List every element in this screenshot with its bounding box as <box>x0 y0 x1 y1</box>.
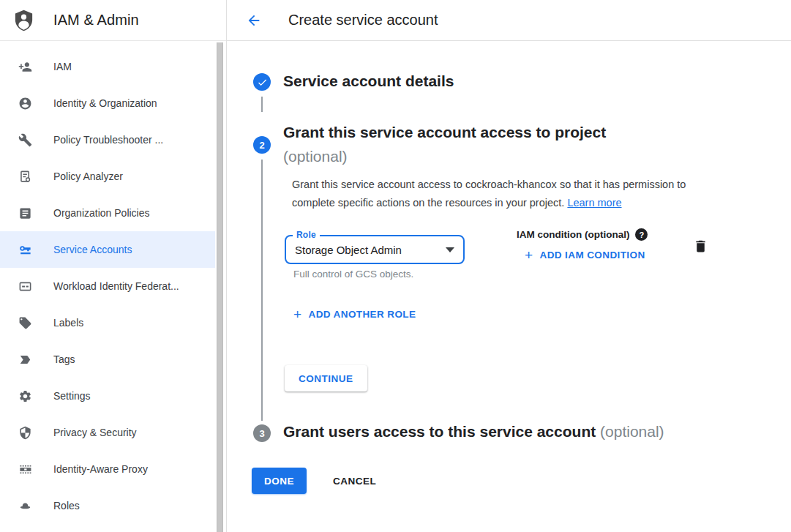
tag-icon <box>18 315 32 330</box>
sidebar-item-label: Settings <box>53 390 91 402</box>
sidebar-item-service-accounts[interactable]: Service Accounts <box>0 231 215 268</box>
done-button[interactable]: DONE <box>252 468 307 494</box>
sidebar: IAM & Admin IAM Identity & Organization <box>0 0 227 532</box>
shield-half-icon <box>18 425 32 440</box>
sidebar-item-tags[interactable]: Tags <box>0 341 215 378</box>
sidebar-item-label: IAM <box>53 61 72 72</box>
step3-optional-label: (optional) <box>600 423 664 440</box>
sidebar-item-policy-troubleshooter[interactable]: Policy Troubleshooter ... <box>0 121 215 158</box>
main-panel: Create service account Service account d… <box>227 0 791 532</box>
gear-icon <box>18 389 32 403</box>
iam-condition-label: IAM condition (optional) <box>517 229 629 240</box>
step-connector-line <box>261 97 263 112</box>
plus-icon: + <box>293 307 302 321</box>
badge-card-icon <box>18 279 32 293</box>
step3-heading: Grant users access to this service accou… <box>283 423 664 441</box>
add-iam-condition-button[interactable]: + ADD IAM CONDITION <box>525 248 645 262</box>
sidebar-item-label: Roles <box>53 500 80 512</box>
step3-number-badge: 3 <box>253 424 271 442</box>
step2-title: Grant this service account access to pro… <box>283 120 606 144</box>
page-header: Create service account <box>227 0 791 41</box>
account-circle-icon <box>18 96 32 110</box>
sidebar-item-roles[interactable]: Roles <box>0 487 215 524</box>
help-icon[interactable]: ? <box>635 228 648 241</box>
page-title: Create service account <box>288 12 438 29</box>
role-select[interactable]: Role Storage Object Admin <box>285 235 465 264</box>
add-iam-condition-label: ADD IAM CONDITION <box>540 250 645 261</box>
step1-completed-check-icon <box>253 73 271 91</box>
document-lines-icon <box>18 206 32 220</box>
sidebar-item-label: Privacy & Security <box>53 427 137 438</box>
proxy-strip-icon <box>18 462 32 476</box>
sidebar-header: IAM & Admin <box>0 0 226 41</box>
sidebar-nav: IAM Identity & Organization Policy Troub… <box>0 41 215 524</box>
continue-button[interactable]: CONTINUE <box>285 365 367 391</box>
sidebar-item-label: Workload Identity Federat... <box>53 280 179 292</box>
step2-optional-label: (optional) <box>283 144 606 168</box>
product-title: IAM & Admin <box>53 12 139 29</box>
sidebar-item-label: Identity & Organization <box>53 97 157 109</box>
service-account-key-icon <box>18 242 32 257</box>
sidebar-item-identity-aware-proxy[interactable]: Identity-Aware Proxy <box>0 451 215 487</box>
delete-role-trash-icon[interactable] <box>691 236 710 255</box>
role-helper-text: Full control of GCS objects. <box>293 269 413 280</box>
step2-heading: Grant this service account access to pro… <box>283 120 606 168</box>
step3-number: 3 <box>259 428 264 439</box>
back-arrow-icon[interactable] <box>244 11 263 30</box>
sidebar-scrollbar[interactable] <box>217 42 223 532</box>
create-service-account-form: Service account details 2 Grant this ser… <box>227 41 791 531</box>
step-connector-line <box>261 160 263 421</box>
role-field-label: Role <box>293 230 320 240</box>
sidebar-item-workload-identity-federation[interactable]: Workload Identity Federat... <box>0 268 215 304</box>
document-gear-icon <box>18 169 32 184</box>
sidebar-item-labels[interactable]: Labels <box>0 304 215 341</box>
sidebar-item-label: Tags <box>53 353 75 365</box>
step2-description: Grant this service account access to coc… <box>292 176 727 212</box>
chevron-down-icon <box>446 247 454 252</box>
sidebar-item-label: Identity-Aware Proxy <box>53 463 148 475</box>
sidebar-item-policy-analyzer[interactable]: Policy Analyzer <box>0 158 215 195</box>
cancel-button[interactable]: CANCEL <box>323 468 386 494</box>
person-add-icon <box>18 59 32 74</box>
label-arrow-icon <box>18 352 32 367</box>
sidebar-item-iam[interactable]: IAM <box>0 48 215 85</box>
add-another-role-button[interactable]: + ADD ANOTHER ROLE <box>293 307 416 321</box>
learn-more-link[interactable]: Learn more <box>567 197 621 209</box>
hat-icon <box>18 498 32 513</box>
sidebar-item-organization-policies[interactable]: Organization Policies <box>0 195 215 231</box>
sidebar-item-label: Policy Analyzer <box>53 171 123 182</box>
iam-admin-console: IAM & Admin IAM Identity & Organization <box>0 0 791 532</box>
sidebar-item-label: Organization Policies <box>53 207 150 219</box>
sidebar-item-identity-organization[interactable]: Identity & Organization <box>0 85 215 121</box>
step2-number-badge: 2 <box>253 136 271 154</box>
role-selected-value: Storage Object Admin <box>295 244 446 256</box>
sidebar-item-label: Labels <box>53 317 83 329</box>
step2-description-text: Grant this service account access to coc… <box>292 179 686 209</box>
add-another-role-label: ADD ANOTHER ROLE <box>309 309 416 320</box>
wrench-icon <box>18 132 32 147</box>
iam-condition-row: IAM condition (optional) ? <box>517 228 648 241</box>
step1-title: Service account details <box>283 72 454 90</box>
sidebar-item-label: Policy Troubleshooter ... <box>53 134 163 146</box>
step3-title: Grant users access to this service accou… <box>283 423 596 440</box>
sidebar-item-privacy-security[interactable]: Privacy & Security <box>0 414 215 451</box>
sidebar-item-label: Service Accounts <box>53 244 132 255</box>
sidebar-item-settings[interactable]: Settings <box>0 378 215 414</box>
step2-number: 2 <box>259 140 264 151</box>
plus-icon: + <box>525 248 533 262</box>
iam-shield-logo-icon <box>12 7 35 33</box>
